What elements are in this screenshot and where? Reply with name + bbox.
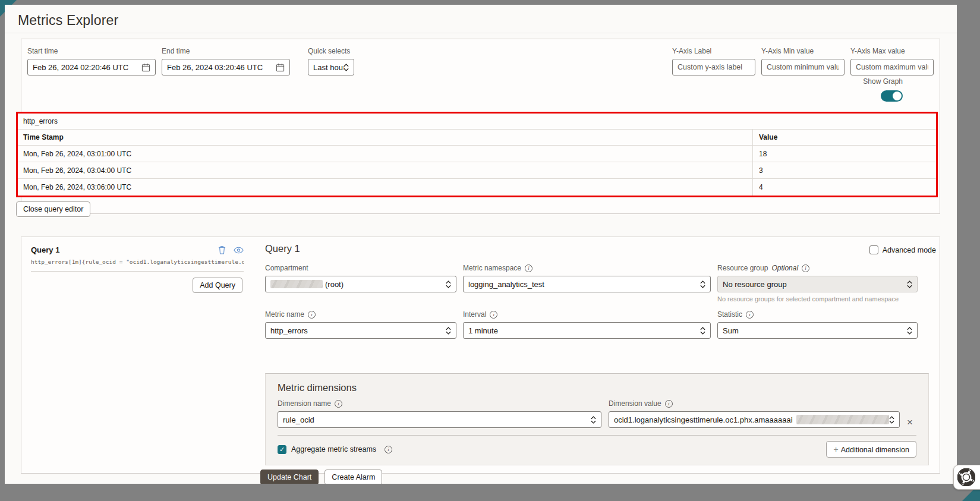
statistic-field: Statistic i Sum (717, 310, 918, 339)
redacted-compartment-name (270, 280, 323, 288)
quick-selects-field: Quick selects Last hour (308, 47, 354, 75)
end-time-input[interactable]: Feb 26, 2024 03:20:46 UTC (162, 59, 290, 75)
compartment-value: (root) (325, 280, 344, 289)
table-row: Mon, Feb 26, 2024, 03:06:00 UTC 4 (18, 179, 936, 196)
query-code: http_errors[1m]{rule_ocid = "ocid1.logan… (31, 259, 244, 265)
info-icon: i (665, 400, 673, 408)
cell-timestamp: Mon, Feb 26, 2024, 03:06:00 UTC (18, 183, 752, 191)
info-icon: i (490, 311, 497, 319)
info-icon: i (746, 311, 754, 319)
query-builder-card: Query 1 http_errors[1m]{rule_ocid = "oci… (21, 237, 940, 474)
trash-icon[interactable] (218, 245, 226, 254)
metric-namespace-select[interactable]: logging_analytics_test (463, 276, 711, 292)
statistic-value: Sum (723, 326, 739, 335)
column-header-value: Value (752, 130, 936, 145)
table-row: Mon, Feb 26, 2024, 03:04:00 UTC 3 (18, 162, 936, 179)
optional-tag: Optional (771, 264, 798, 272)
dimension-name-label: Dimension name (278, 399, 331, 408)
start-time-input[interactable]: Feb 26, 2024 02:20:46 UTC (27, 59, 156, 75)
show-graph-control: Show Graph (863, 77, 903, 102)
dimension-value-field: Dimension value i ocid1.loganalyticsinge… (609, 399, 900, 428)
chevron-updown-icon (907, 281, 912, 288)
y-axis-min-label: Y-Axis Min value (761, 47, 844, 55)
compartment-label: Compartment (265, 264, 308, 272)
aggregate-streams-label: Aggregate metric streams (291, 445, 376, 453)
info-icon: i (335, 400, 342, 408)
start-time-field: Start time Feb 26, 2024 02:20:46 UTC (27, 47, 156, 75)
y-axis-min-field: Y-Axis Min value (761, 47, 844, 75)
info-icon: i (308, 311, 316, 319)
aggregate-streams-control: ✓ Aggregate metric streams i (278, 445, 392, 454)
results-header-row: Time Stamp Value (18, 130, 936, 146)
query-form-title: Query 1 (265, 243, 941, 254)
update-chart-button[interactable]: Update Chart (260, 470, 319, 484)
metric-name-select[interactable]: http_errors (265, 322, 456, 339)
query-list-item[interactable]: Query 1 http_errors[1m]{rule_ocid = "oci… (31, 245, 244, 272)
y-axis-label-label: Y-Axis Label (672, 47, 755, 55)
chevron-updown-icon (700, 327, 705, 335)
metric-namespace-value: logging_analytics_test (468, 280, 544, 289)
add-query-button[interactable]: Add Query (193, 278, 242, 293)
resource-group-select[interactable]: No resource group (717, 276, 918, 292)
chevron-updown-icon (700, 281, 705, 288)
time-controls-row: Start time Feb 26, 2024 02:20:46 UTC End… (21, 39, 940, 75)
chevron-updown-icon (889, 416, 894, 424)
y-axis-min-input[interactable] (761, 59, 844, 75)
calendar-icon[interactable] (141, 63, 150, 72)
dimension-name-value: rule_ocid (283, 415, 314, 424)
remove-dimension-icon[interactable]: × (907, 417, 913, 427)
results-table-annotation: http_errors Time Stamp Value Mon, Feb 26… (16, 112, 938, 197)
resource-group-field: Resource group Optional i No resource gr… (717, 264, 918, 303)
advanced-mode-control: Advanced mode (869, 245, 936, 254)
help-widget[interactable] (953, 465, 980, 490)
calendar-icon[interactable] (276, 63, 285, 72)
y-axis-fields: Y-Axis Label Y-Axis Min value Y-Axis Max… (672, 47, 934, 75)
eye-icon[interactable] (234, 247, 244, 254)
column-header-timestamp: Time Stamp (18, 133, 752, 141)
y-axis-max-label: Y-Axis Max value (850, 47, 934, 55)
additional-dimension-button[interactable]: +Additional dimension (826, 441, 916, 458)
dims-divider (278, 435, 916, 436)
compartment-select[interactable]: (root) (265, 276, 456, 292)
info-icon: i (525, 264, 532, 272)
results-metric-title-row: http_errors (18, 114, 936, 130)
dimension-name-field: Dimension name i rule_ocid (278, 399, 601, 428)
aggregate-streams-checkbox[interactable]: ✓ (278, 445, 286, 454)
create-alarm-button[interactable]: Create Alarm (324, 470, 382, 484)
dimension-name-select[interactable]: rule_ocid (278, 411, 601, 428)
statistic-select[interactable]: Sum (717, 322, 918, 339)
additional-dimension-label: Additional dimension (841, 446, 909, 454)
metric-dimensions-panel: Metric dimensions Dimension name i rule_… (265, 373, 929, 465)
show-graph-toggle[interactable] (881, 90, 903, 102)
quick-selects-label: Quick selects (308, 47, 354, 55)
info-icon: i (385, 446, 392, 453)
advanced-mode-label: Advanced mode (883, 246, 936, 254)
y-axis-max-field: Y-Axis Max value (850, 47, 934, 75)
start-time-value: Feb 26, 2024 02:20:46 UTC (33, 63, 128, 72)
screenshot-frame: Metrics Explorer Start time Feb 26, 2024… (0, 0, 980, 501)
redacted-ocid-suffix (796, 415, 889, 424)
page-header: Metrics Explorer (5, 5, 957, 33)
y-axis-label-input[interactable] (672, 59, 755, 75)
resource-group-helper-text: No resource groups for selected compartm… (717, 295, 918, 303)
advanced-mode-checkbox[interactable] (869, 245, 878, 254)
cell-value: 4 (752, 179, 936, 196)
y-axis-label-field: Y-Axis Label (672, 47, 755, 75)
page-title: Metrics Explorer (18, 12, 957, 29)
metrics-explorer-page: Metrics Explorer Start time Feb 26, 2024… (5, 5, 957, 484)
quick-selects-select[interactable]: Last hour (308, 59, 354, 75)
help-buoy-icon (957, 468, 975, 486)
interval-select[interactable]: 1 minute (463, 322, 711, 339)
metric-name-label: Metric name (265, 310, 304, 319)
compartment-field: Compartment (root) (265, 264, 456, 303)
close-query-editor-button[interactable]: Close query editor (16, 201, 90, 217)
query-form-panel: Query 1 Advanced mode Compartment (root) (265, 237, 941, 484)
dimension-value-select[interactable]: ocid1.loganalyticsingesttimerule.oc1.phx… (609, 411, 900, 428)
dimension-value-label: Dimension value (609, 399, 661, 408)
y-axis-max-input[interactable] (850, 59, 934, 75)
cell-timestamp: Mon, Feb 26, 2024, 03:01:00 UTC (18, 150, 752, 158)
cell-value: 18 (752, 146, 936, 162)
start-time-label: Start time (27, 47, 156, 55)
chevron-updown-icon (446, 281, 451, 288)
chevron-updown-icon (344, 64, 349, 71)
